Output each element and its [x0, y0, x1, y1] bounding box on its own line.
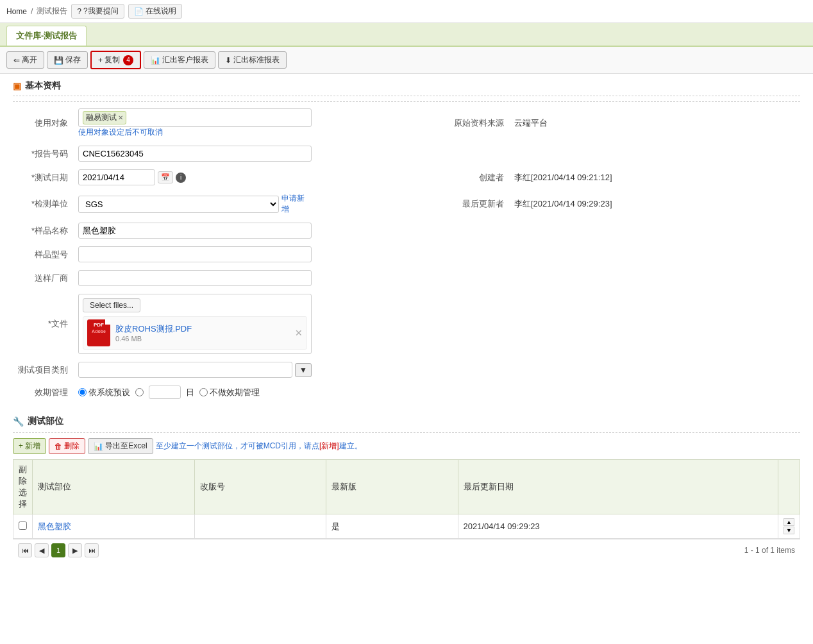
tag-close-icon[interactable]: ✕ [118, 114, 123, 121]
save-button[interactable]: 💾 保存 [47, 51, 88, 69]
test-date-label: *测试日期 [13, 165, 73, 189]
test-date-input[interactable] [78, 169, 155, 185]
vendor-cell [73, 266, 317, 290]
row-version-cell [194, 514, 326, 539]
warning-link[interactable]: [新增] [319, 441, 339, 450]
use-target-row: 使用对象 融易测试 ✕ 使用对象设定后不可取消 原始资料来源 云端平台 [13, 105, 800, 142]
vendor-label: 送样厂商 [13, 266, 73, 290]
row-checkbox-cell [13, 514, 33, 539]
tab-bar: 文件库-测试报告 [0, 23, 813, 47]
report-no-row: *报告号码 [13, 142, 800, 165]
row-up-btn[interactable]: ▲ [784, 518, 794, 526]
section-header-test: 🔧 测试部位 [13, 416, 800, 427]
leave-button[interactable]: ⇐ 离开 [6, 51, 44, 69]
breadcrumb: Home / 测试报告 ? ?我要提问 📄 在线说明 [0, 0, 813, 23]
page-last-btn[interactable]: ⏭ [85, 543, 99, 557]
expiry-days-option[interactable] [135, 388, 144, 396]
sample-model-row: 样品型号 [13, 242, 800, 266]
copy-badge: 4 [123, 55, 133, 65]
export-standard-icon: ⬇ [225, 56, 231, 65]
unit-cell: SGS 申请新增 [73, 189, 317, 219]
calendar-button[interactable]: 📅 [158, 171, 173, 183]
source-value: 云端平台 [509, 105, 800, 142]
file-row: *文件 Select files... PDF Adobe 胶皮ROHS测报.P… [13, 290, 800, 358]
vendor-input[interactable] [78, 270, 312, 286]
row-updated-cell: 2021/04/14 09:29:23 [458, 514, 778, 539]
report-no-input[interactable] [78, 146, 312, 162]
file-cell: Select files... PDF Adobe 胶皮ROHS测报.PDF 0… [73, 290, 317, 358]
basic-form-table: 使用对象 融易测试 ✕ 使用对象设定后不可取消 原始资料来源 云端平台 *报告号… [13, 105, 800, 403]
use-target-input[interactable]: 融易测试 ✕ [78, 108, 312, 127]
col-updated: 最后更新日期 [458, 460, 778, 514]
info-icon[interactable]: i [176, 173, 186, 183]
expiry-row: 效期管理 依系统预设 日 不做效期管理 [13, 382, 800, 403]
sample-name-cell [73, 219, 317, 242]
use-target-cell: 融易测试 ✕ 使用对象设定后不可取消 [73, 105, 317, 142]
source-label: 原始资料来源 [445, 105, 509, 142]
use-target-hint: 使用对象设定后不可取消 [78, 127, 312, 138]
sample-name-row: *样品名称 [13, 219, 800, 242]
expiry-none-radio[interactable] [199, 388, 208, 396]
row-latest-cell: 是 [326, 514, 458, 539]
sample-name-input[interactable] [78, 223, 312, 239]
file-remove-icon[interactable]: ✕ [295, 328, 303, 338]
select-files-button[interactable]: Select files... [83, 298, 140, 312]
row-checkbox[interactable] [19, 521, 27, 530]
tab-file-report[interactable]: 文件库-测试报告 [6, 26, 87, 46]
expiry-cell: 依系统预设 日 不做效期管理 [73, 382, 317, 403]
expiry-none-option[interactable]: 不做效期管理 [199, 387, 260, 398]
page-first-btn[interactable]: ⏮ [18, 543, 32, 557]
delete-part-button[interactable]: 🗑 删除 [49, 438, 85, 454]
export-standard-button[interactable]: ⬇ 汇出标准报表 [218, 51, 287, 69]
test-date-cell: 📅 i [73, 165, 317, 189]
export-customer-button[interactable]: 📊 汇出客户报表 [144, 51, 215, 69]
page-info: 1 - 1 of 1 items [744, 546, 795, 555]
help-button[interactable]: 📄 在线说明 [128, 4, 182, 19]
use-target-label: 使用对象 [13, 105, 73, 142]
file-info: 胶皮ROHS测报.PDF 0.46 MB [115, 323, 290, 343]
report-no-label: *报告号码 [13, 142, 73, 165]
adobe-text: Adobe [92, 329, 106, 334]
sample-model-input[interactable] [78, 246, 312, 262]
section-basic-icon: ▣ [13, 81, 21, 91]
file-label: *文件 [13, 290, 73, 358]
excel-icon: 📊 [94, 442, 103, 451]
breadcrumb-current: 测试报告 [37, 6, 67, 17]
expiry-days-input[interactable] [149, 386, 181, 399]
expiry-system-radio[interactable] [78, 388, 87, 396]
breadcrumb-home[interactable]: Home [6, 7, 27, 16]
question-button[interactable]: ? ?我要提问 [71, 4, 124, 19]
test-section-icon: 🔧 [13, 416, 24, 427]
report-no-cell [73, 142, 317, 165]
table-row: 黑色塑胶 是 2021/04/14 09:29:23 ▲ ▼ [13, 514, 800, 539]
unit-select[interactable]: SGS [78, 196, 279, 213]
col-part: 测试部位 [33, 460, 195, 514]
add-part-button[interactable]: + 新增 [13, 438, 46, 454]
page-1-btn[interactable]: 1 [51, 543, 65, 557]
file-name[interactable]: 胶皮ROHS测报.PDF [115, 323, 290, 335]
page-prev-btn[interactable]: ◀ [35, 543, 49, 557]
file-upload-area: Select files... PDF Adobe 胶皮ROHS测报.PDF 0… [78, 294, 312, 354]
copy-button[interactable]: + 复制 4 [90, 51, 141, 69]
row-spinner-cell: ▲ ▼ [778, 514, 800, 539]
row-down-btn[interactable]: ▼ [784, 527, 794, 534]
warning-text: 至少建立一个测试部位，才可被MCD引用，请点[新增]建立。 [156, 441, 362, 452]
row-part-cell[interactable]: 黑色塑胶 [33, 514, 195, 539]
table-header-row: 副除选择 测试部位 改版号 最新版 最后更新日期 [13, 460, 800, 514]
expiry-system-option[interactable]: 依系统预设 [78, 387, 130, 398]
save-icon: 💾 [54, 56, 63, 65]
test-category-cell: ▼ [73, 358, 317, 382]
file-size: 0.46 MB [115, 335, 290, 343]
col-latest: 最新版 [326, 460, 458, 514]
expiry-label: 效期管理 [13, 382, 73, 403]
expiry-days-radio[interactable] [135, 388, 144, 396]
page-next-btn[interactable]: ▶ [68, 543, 82, 557]
export-customer-icon: 📊 [151, 56, 160, 65]
test-category-btn[interactable]: ▼ [295, 363, 312, 377]
creator-label: 创建者 [445, 165, 509, 189]
pdf-icon: PDF Adobe [87, 319, 110, 346]
export-excel-button[interactable]: 📊 导出至Excel [88, 438, 153, 454]
test-category-input[interactable] [78, 362, 292, 378]
pdf-text: PDF [94, 322, 104, 328]
unit-add-link[interactable]: 申请新增 [281, 193, 312, 215]
